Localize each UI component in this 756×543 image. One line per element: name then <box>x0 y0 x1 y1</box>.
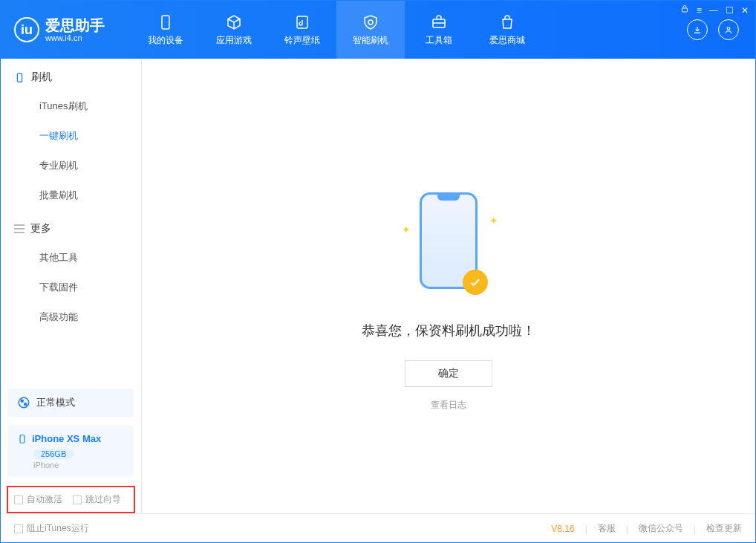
refresh-shield-icon <box>362 13 379 31</box>
support-link[interactable]: 客服 <box>598 522 616 535</box>
menu-icon[interactable]: ≡ <box>697 5 702 16</box>
svg-rect-9 <box>20 435 25 443</box>
svg-rect-1 <box>162 16 169 29</box>
nav-tab-device[interactable]: 我的设备 <box>131 1 200 59</box>
close-button[interactable]: ✕ <box>741 5 749 16</box>
device-capacity: 256GB <box>33 449 74 459</box>
mode-icon <box>17 396 30 409</box>
logo-icon: iu <box>14 17 39 42</box>
checkbox-auto-activate[interactable]: 自动激活 <box>14 493 62 506</box>
checkbox-icon <box>14 524 23 533</box>
nav-tab-toolbox[interactable]: 工具箱 <box>405 1 473 59</box>
device-icon <box>14 72 25 83</box>
sidebar-item-pro-flash[interactable]: 专业刷机 <box>1 151 141 181</box>
music-icon <box>293 13 311 31</box>
nav-tab-flash[interactable]: 智能刷机 <box>336 1 405 59</box>
nav-label: 工具箱 <box>426 34 452 47</box>
checkbox-icon <box>14 495 23 504</box>
nav-label: 爱思商城 <box>489 34 525 47</box>
checkbox-label: 跳过向导 <box>85 493 121 506</box>
window-controls: ≡ — ☐ ✕ <box>673 4 749 16</box>
bag-icon <box>498 13 516 31</box>
view-log-link[interactable]: 查看日志 <box>431 399 466 412</box>
nav-tabs: 我的设备 应用游戏 铃声壁纸 智能刷机 工具箱 爱思商城 <box>131 1 541 59</box>
nav-tab-ringtone[interactable]: 铃声壁纸 <box>268 1 336 59</box>
highlighted-options: 自动激活 跳过向导 <box>7 486 135 513</box>
main-content: ✦ ✦ 恭喜您，保资料刷机成功啦！ 确定 查看日志 <box>142 59 755 513</box>
sparkle-icon: ✦ <box>489 215 498 227</box>
minimize-button[interactable]: — <box>709 5 718 16</box>
success-message: 恭喜您，保资料刷机成功啦！ <box>362 322 535 339</box>
svg-rect-0 <box>682 8 687 12</box>
lock-icon[interactable] <box>680 4 689 16</box>
device-box[interactable]: iPhone XS Max 256GB iPhone <box>8 426 134 477</box>
header-right <box>687 19 755 40</box>
nav-label: 铃声壁纸 <box>284 34 320 47</box>
download-button[interactable] <box>687 19 708 40</box>
maximize-button[interactable]: ☐ <box>726 5 734 16</box>
checkbox-skip-guide[interactable]: 跳过向导 <box>73 493 121 506</box>
svg-point-8 <box>25 403 27 406</box>
menu-icon <box>14 224 25 233</box>
sidebar-item-download-firmware[interactable]: 下载固件 <box>1 273 141 302</box>
sidebar-item-itunes-flash[interactable]: iTunes刷机 <box>1 91 141 121</box>
toolbox-icon <box>430 13 448 31</box>
svg-point-4 <box>727 27 730 30</box>
svg-rect-5 <box>17 73 22 81</box>
sidebar-item-advanced[interactable]: 高级功能 <box>1 302 141 332</box>
nav-label: 我的设备 <box>148 34 183 47</box>
checkbox-block-itunes[interactable]: 阻止iTunes运行 <box>14 522 89 535</box>
cube-icon <box>225 13 243 31</box>
check-badge-icon <box>463 270 488 295</box>
sidebar-item-batch-flash[interactable]: 批量刷机 <box>1 181 141 210</box>
nav-label: 智能刷机 <box>353 34 388 47</box>
sparkle-icon: ✦ <box>402 224 411 235</box>
logo: iu 爱思助手 www.i4.cn <box>1 17 118 42</box>
logo-title: 爱思助手 <box>45 17 105 33</box>
wechat-link[interactable]: 微信公众号 <box>639 522 683 535</box>
checkbox-icon <box>73 495 82 504</box>
checkbox-label: 自动激活 <box>27 493 62 506</box>
sidebar-section-more: 更多 <box>1 210 141 243</box>
checkbox-label: 阻止iTunes运行 <box>27 522 89 535</box>
check-update-link[interactable]: 检查更新 <box>706 522 742 535</box>
user-button[interactable] <box>718 19 739 40</box>
section-title: 更多 <box>30 222 51 235</box>
nav-tab-store[interactable]: 爱思商城 <box>473 1 541 59</box>
nav-label: 应用游戏 <box>216 34 252 47</box>
phone-icon <box>157 13 175 31</box>
logo-subtitle: www.i4.cn <box>45 33 105 42</box>
header: iu 爱思助手 www.i4.cn 我的设备 应用游戏 铃声壁纸 智能刷机 工具… <box>1 1 755 59</box>
svg-point-7 <box>21 400 23 402</box>
phone-icon <box>17 434 27 444</box>
device-name: iPhone XS Max <box>32 433 101 444</box>
sidebar-section-flash: 刷机 <box>1 59 141 91</box>
footer: 阻止iTunes运行 V8.16 | 客服 | 微信公众号 | 检查更新 <box>1 513 755 543</box>
svg-point-6 <box>19 397 29 408</box>
version-label: V8.16 <box>551 524 574 534</box>
section-title: 刷机 <box>31 71 52 84</box>
sidebar-item-other-tools[interactable]: 其他工具 <box>1 243 141 273</box>
device-type: iPhone <box>33 461 125 469</box>
nav-tab-apps[interactable]: 应用游戏 <box>200 1 268 59</box>
sidebar-item-oneclick-flash[interactable]: 一键刷机 <box>1 121 141 151</box>
mode-label: 正常模式 <box>36 396 75 409</box>
mode-box[interactable]: 正常模式 <box>8 388 134 417</box>
sidebar: 刷机 iTunes刷机 一键刷机 专业刷机 批量刷机 更多 其他工具 下载固件 … <box>1 59 142 513</box>
success-illustration: ✦ ✦ <box>400 192 497 304</box>
ok-button[interactable]: 确定 <box>405 360 492 387</box>
